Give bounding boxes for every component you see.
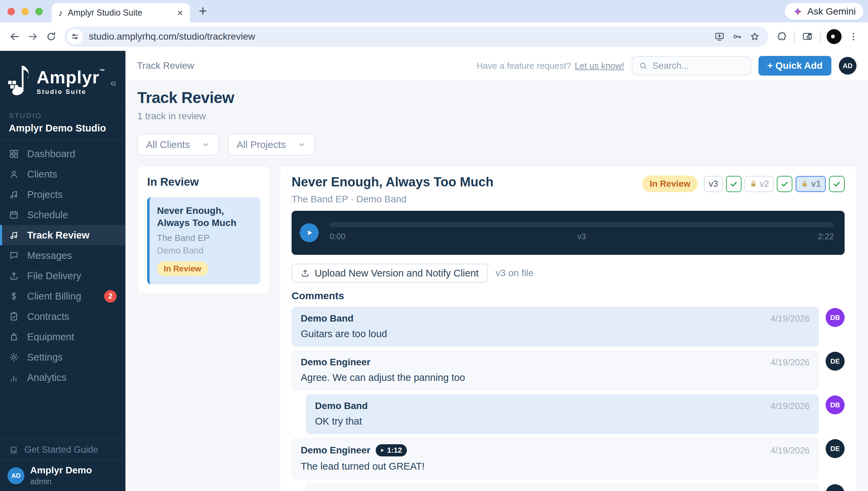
comment-date: 4/19/2026 (770, 357, 810, 368)
feature-request-link[interactable]: Let us know! (575, 61, 624, 71)
close-window-button[interactable] (7, 8, 15, 15)
browser-menu-icon[interactable] (844, 27, 863, 46)
sidebar-item-label: Equipment (27, 331, 74, 343)
sidebar-item-label: Contracts (27, 311, 69, 322)
search-input[interactable] (652, 61, 744, 71)
page-content: Track Review 1 track in review All Clien… (125, 81, 868, 491)
comment-date: 4/19/2026 (770, 490, 810, 491)
music-note-favicon: ♪ (58, 8, 63, 17)
comment-row: Demo Engineer4/19/2026Agree. We can adju… (292, 351, 845, 390)
comment-card: Demo Engineer4/19/2026Agree. We can adju… (292, 351, 819, 390)
password-key-icon[interactable] (728, 28, 746, 45)
get-started-guide-link[interactable]: Get Started Guide (0, 440, 125, 460)
in-review-panel: In Review Never Enough, Always Too Much … (137, 166, 270, 294)
version-chip-v1[interactable]: v1 (795, 176, 826, 192)
zoom-window-button[interactable] (35, 8, 43, 15)
ask-gemini-button[interactable]: Ask Gemini (785, 3, 863, 20)
music-icon (9, 230, 19, 240)
address-bar[interactable]: studio.amplyrhq.com/studio/trackreview (64, 26, 768, 47)
review-track-title: Never Enough, Always Too Much (157, 205, 253, 229)
comment-card: Demo Band4/19/2026OK try that (306, 394, 819, 434)
sidebar-item-file-delivery[interactable]: File Delivery (0, 266, 125, 286)
play-icon (379, 447, 385, 453)
quick-add-button[interactable]: + Quick Add (758, 56, 831, 76)
sidebar-item-label: Schedule (27, 209, 68, 221)
clients-filter-dropdown[interactable]: All Clients (137, 134, 219, 156)
review-track-item[interactable]: Never Enough, Always Too Much The Band E… (147, 197, 260, 284)
sidebar-item-schedule[interactable]: Schedule (0, 205, 125, 225)
studio-name: Amplyr Demo Studio (9, 123, 117, 134)
sidebar-item-label: File Delivery (27, 270, 81, 282)
audio-timestamp-chip[interactable]: 1:12 (376, 444, 407, 456)
comment-card: Amplyr Demo4/19/2026Totally agree! (306, 483, 819, 491)
bookmark-star-icon[interactable] (746, 28, 764, 45)
sidebar-user[interactable]: AD Amplyr Demo admin (0, 460, 125, 491)
sidebar-item-track-review[interactable]: Track Review (0, 225, 125, 245)
sidebar-item-label: Dashboard (27, 148, 75, 160)
toolbar-divider (794, 31, 795, 42)
version-approved-v1[interactable] (829, 176, 845, 192)
track-title: Never Enough, Always Too Much (292, 175, 493, 189)
play-button[interactable] (300, 223, 319, 242)
page-subtitle: 1 track in review (137, 111, 856, 122)
sidebar-item-projects[interactable]: Projects (0, 184, 125, 205)
version-approved-v2[interactable] (777, 176, 792, 192)
toolbar-divider (820, 31, 821, 42)
sidebar-item-messages[interactable]: Messages (0, 245, 125, 266)
upload-new-version-button[interactable]: Upload New Version and Notify Client (292, 264, 488, 283)
site-settings-icon[interactable] (67, 29, 83, 44)
filters-row: All Clients All Projects (137, 134, 856, 156)
minimize-window-button[interactable] (21, 8, 29, 15)
back-button[interactable] (5, 27, 24, 46)
studio-section-label: STUDIO (9, 111, 117, 120)
user-avatar: AD (7, 467, 24, 484)
new-tab-button[interactable]: + (199, 4, 207, 18)
sidebar-item-equipment[interactable]: Equipment (0, 327, 125, 347)
version-chip-v3[interactable]: v3 (704, 176, 723, 192)
projects-filter-dropdown[interactable]: All Projects (228, 134, 315, 156)
sidebar-item-client-billing[interactable]: Client Billing2 (0, 286, 125, 306)
global-search[interactable] (632, 56, 751, 75)
account-avatar[interactable]: AD (839, 57, 856, 75)
status-badge: In Review (642, 176, 698, 192)
upload-button-label: Upload New Version and Notify Client (315, 268, 479, 279)
tab-close-icon[interactable]: × (177, 8, 183, 18)
url-text[interactable]: studio.amplyrhq.com/studio/trackreview (89, 31, 711, 42)
comment-row: Demo Band4/19/2026Guitars are too loudDB (292, 307, 845, 347)
sidebar-item-clients[interactable]: Clients (0, 164, 125, 184)
sidebar-item-settings[interactable]: Settings (0, 347, 125, 367)
comment-date: 4/19/2026 (770, 401, 810, 411)
book-icon (9, 445, 18, 455)
sidebar-item-label: Clients (27, 169, 57, 180)
sidebar-collapse-icon[interactable]: « (110, 77, 117, 88)
track-detail-card: Never Enough, Always Too Much The Band E… (280, 166, 856, 491)
version-chip-v2[interactable]: v2 (745, 176, 774, 192)
seek-bar[interactable] (330, 222, 834, 227)
music-icon (9, 189, 19, 200)
version-label: v1 (811, 179, 821, 189)
chart-icon (9, 372, 19, 383)
studio-switcher: STUDIO Amplyr Demo Studio (0, 106, 125, 140)
version-approved-v3[interactable] (726, 176, 742, 192)
sidebar-item-contracts[interactable]: Contracts (0, 306, 125, 327)
sidebar-nav: DashboardClientsProjectsScheduleTrack Re… (0, 140, 125, 439)
install-app-icon[interactable] (711, 28, 728, 45)
clients-filter-value: All Clients (146, 139, 190, 150)
chat-icon (9, 250, 19, 261)
comment-text: Agree. We can adjust the panning too (301, 372, 810, 383)
comment-author: Demo Engineer (301, 445, 370, 456)
browser-profile-avatar[interactable] (827, 29, 842, 44)
projects-filter-value: All Projects (237, 139, 286, 150)
reload-button[interactable] (42, 27, 60, 46)
forward-button[interactable] (24, 27, 42, 46)
extensions-icon[interactable] (772, 27, 791, 46)
duration: 2:22 (818, 232, 834, 241)
browser-tab[interactable]: ♪ Amplyr Studio Suite × (52, 3, 190, 22)
dollar-icon (9, 291, 19, 301)
sidebar-item-dashboard[interactable]: Dashboard (0, 144, 125, 164)
search-tabs-icon[interactable] (798, 27, 816, 46)
comments-list: Demo Band4/19/2026Guitars are too loudDB… (292, 307, 845, 491)
comment-text: OK try that (315, 416, 810, 427)
app-window: Amplyr Studio Suite « STUDIO Amplyr Demo… (0, 51, 868, 491)
sidebar-item-analytics[interactable]: Analytics (0, 367, 125, 388)
